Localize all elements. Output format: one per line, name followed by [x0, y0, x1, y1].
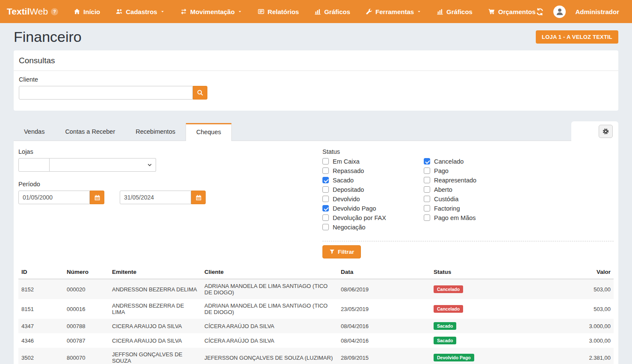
checkbox[interactable] [424, 177, 430, 183]
cell-id: 8151 [18, 299, 64, 319]
status-checkbox-factoring[interactable]: Factoring [424, 205, 525, 211]
cell-emitente: CICERA ARAUJO DA SILVA [109, 319, 201, 333]
loja-select[interactable] [50, 158, 156, 172]
nav-movimentacao[interactable]: Movimentação [180, 8, 242, 15]
tab-cheques[interactable]: Cheques [186, 123, 232, 141]
cell-status: Cancelado [431, 299, 523, 319]
nav-ferramentas[interactable]: Ferramentas [366, 8, 421, 15]
status-checkbox-custodia[interactable]: Custódia [424, 196, 525, 202]
refresh-icon[interactable] [536, 8, 544, 16]
date-to-input[interactable] [120, 191, 191, 204]
cliente-search-button[interactable] [193, 86, 207, 100]
nav-inicio[interactable]: Início [74, 8, 100, 15]
exchange-icon [180, 8, 187, 15]
status-checkbox-cancelado[interactable]: Cancelado [424, 158, 525, 164]
nav-cadastros[interactable]: Cadastros [115, 8, 164, 15]
checkbox[interactable] [322, 214, 329, 221]
date-to-group [120, 191, 206, 204]
checkbox-label: Devolvido Pago [333, 205, 376, 212]
cheques-table: ID Número Emitente Cliente Data Status V… [18, 265, 614, 364]
status-checkbox-aberto[interactable]: Aberto [424, 186, 525, 193]
cell-cliente: ADRIANA MANOELA DE LIMA SANTIAGO (TICO D… [201, 279, 338, 299]
status-checkbox-devolvido[interactable]: Devolvido [322, 196, 424, 202]
brand-logo[interactable]: TextilWeb ? [7, 6, 58, 17]
status-checkbox-pago-em-maos[interactable]: Pago em Mãos [424, 214, 525, 221]
loja-code-input[interactable] [18, 158, 50, 172]
periodo-row [18, 191, 322, 204]
status-checkbox-depositado[interactable]: Depositado [322, 186, 424, 193]
calendar-icon [195, 194, 202, 201]
cheques-panel: Lojas Período [14, 141, 618, 364]
cell-data: 23/05/2019 [338, 299, 431, 319]
status-checkbox-negociacao[interactable]: Negociação [322, 224, 424, 230]
filtrar-button[interactable]: Filtrar [322, 245, 361, 258]
checkbox[interactable] [322, 167, 329, 174]
checkbox[interactable] [424, 214, 430, 221]
bar-chart-icon [437, 8, 443, 15]
nav-label: Movimentação [190, 8, 235, 15]
checkbox[interactable] [424, 205, 430, 211]
cell-status: Sacado [431, 319, 523, 333]
table-row[interactable]: 3502 800070 JEFFSON GONÇALVES DE SOUZA J… [18, 348, 614, 364]
nav-orcamentos[interactable]: Orçamentos [488, 8, 536, 15]
checkbox[interactable] [322, 158, 329, 164]
checkbox-label: Pago em Mãos [434, 214, 476, 221]
status-badge: Devolvido Pago [434, 354, 474, 361]
date-to-calendar-button[interactable] [191, 191, 206, 204]
store-button[interactable]: LOJA 1 - A VELOZ TEXTIL [536, 30, 618, 44]
checkbox-label: Cancelado [434, 158, 464, 165]
status-checkbox-em-caixa[interactable]: Em Caixa [322, 158, 424, 164]
status-checkbox-reapresentado[interactable]: Reapresentado [424, 177, 525, 183]
checkbox[interactable] [322, 186, 329, 193]
bar-chart-icon [314, 8, 321, 15]
tab-contas-a-receber[interactable]: Contas a Receber [55, 123, 125, 141]
filter-icon [329, 249, 335, 255]
nav-graficos-2[interactable]: Gráficos [437, 8, 473, 15]
cell-valor: 3.000,00 [523, 319, 614, 333]
status-checkbox-sacado[interactable]: Sacado [322, 177, 424, 183]
status-checkbox-devolucao-por-fax[interactable]: Devolução por FAX [322, 214, 424, 221]
filtrar-label: Filtrar [338, 249, 354, 255]
status-checkbox-repassado[interactable]: Repassado [322, 167, 424, 174]
cell-numero: 000016 [64, 299, 109, 319]
table-row[interactable]: 4347 000788 CICERA ARAUJO DA SILVA CÍCER… [18, 319, 614, 333]
col-status: Status [431, 265, 523, 279]
status-checkbox-pago[interactable]: Pago [424, 167, 525, 174]
table-row[interactable]: 8151 000016 ANDRESSON BEZERRA DE LIMA AD… [18, 299, 614, 319]
date-from-group [18, 191, 104, 204]
cell-cliente: ADRIANA MANOELA DE LIMA SANTIAGO (TICO D… [201, 299, 338, 319]
table-row[interactable]: 4346 000787 CICERA ARAUJO DA SILVA CÍCER… [18, 333, 614, 348]
cliente-search-group [19, 86, 613, 100]
help-icon[interactable]: ? [51, 8, 58, 15]
cliente-label: Cliente [19, 76, 613, 83]
lojas-group [18, 158, 322, 172]
cliente-input[interactable] [19, 86, 193, 100]
checkbox[interactable] [322, 224, 329, 230]
nav-relatorios[interactable]: Relatórios [257, 8, 299, 15]
checkbox[interactable] [322, 196, 329, 202]
checkbox[interactable] [424, 167, 430, 174]
status-checkbox-devolvido-pago[interactable]: Devolvido Pago [322, 205, 424, 211]
table-row[interactable]: 8152 000020 ANDRESSON BEZERRA DELIMA ADR… [18, 279, 614, 299]
settings-button[interactable] [599, 125, 613, 138]
nav-graficos-1[interactable]: Gráficos [314, 8, 350, 15]
checkbox[interactable] [322, 177, 329, 183]
date-from-calendar-button[interactable] [90, 191, 104, 204]
col-numero: Número [64, 265, 109, 279]
checkbox[interactable] [424, 186, 430, 193]
username: Administrador [575, 8, 619, 15]
status-label: Status [322, 148, 614, 155]
checkbox[interactable] [424, 158, 430, 164]
gear-icon [602, 128, 609, 135]
cell-valor: 503,00 [523, 279, 614, 299]
checkbox[interactable] [322, 205, 329, 211]
checkbox-label: Repassado [333, 167, 364, 174]
cell-cliente: JEFERSSON GONÇALVES DE SOUZA (LUZIMAR) [201, 348, 338, 364]
date-from-input[interactable] [18, 191, 90, 204]
tab-vendas[interactable]: Vendas [14, 123, 55, 141]
checkbox[interactable] [424, 196, 430, 202]
checkbox-label: Aberto [434, 186, 452, 193]
cell-numero: 000787 [64, 333, 109, 348]
user-avatar[interactable] [553, 6, 566, 18]
tab-recebimentos[interactable]: Recebimentos [125, 123, 186, 141]
